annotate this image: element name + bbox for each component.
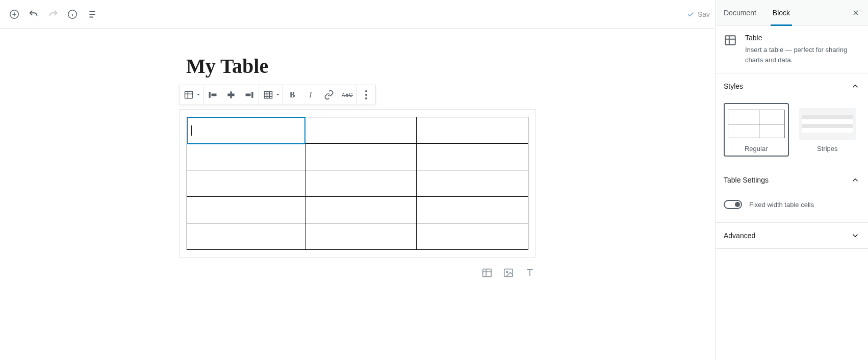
panel-table-settings-toggle[interactable]: Table Settings [716,167,868,193]
table-cell[interactable] [305,117,417,144]
align-center-icon [226,90,236,100]
save-status-text: Sav [698,10,710,18]
italic-icon: I [309,90,312,99]
block-toolbar: B I ABC [179,85,376,105]
align-center-button[interactable] [222,85,240,105]
block-type-icon [724,34,738,65]
chevron-up-icon [851,175,860,185]
table-cell[interactable] [187,117,305,144]
page-title[interactable]: My Table [179,54,536,79]
align-left-icon [208,90,218,100]
table-icon [481,267,493,278]
more-options-button[interactable] [357,85,375,105]
align-left-button[interactable] [203,85,222,105]
table-cell[interactable] [417,144,528,170]
redo-button[interactable] [44,5,62,23]
table-edit-icon [263,90,273,100]
align-right-button[interactable] [240,85,259,105]
block-type-button[interactable] [180,85,203,105]
bold-icon: B [290,90,295,99]
block-inserter-row [179,258,536,279]
panel-styles-toggle[interactable]: Styles [716,73,868,99]
table-cell[interactable] [305,144,417,170]
svg-rect-6 [227,94,234,96]
style-preview-regular [728,108,785,140]
table-cell[interactable] [187,170,305,197]
style-label-regular: Regular [728,145,785,152]
table-cell[interactable] [305,197,417,223]
svg-rect-7 [251,92,253,98]
more-vertical-icon [365,90,367,99]
panel-advanced-toggle[interactable]: Advanced [716,223,868,248]
style-preview-stripes [799,108,856,140]
text-icon [524,267,535,278]
svg-point-12 [506,271,508,273]
style-label-stripes: Stripes [799,145,856,152]
table-cell[interactable] [417,197,528,223]
svg-rect-2 [185,91,193,98]
plus-circle-icon [9,9,20,20]
tab-document[interactable]: Document [716,0,764,25]
table-cell[interactable] [417,223,528,250]
style-option-regular[interactable]: Regular [724,103,789,157]
svg-rect-9 [265,91,272,98]
panel-advanced-label: Advanced [724,232,755,240]
settings-sidebar: Document Block Table Insert a table — pe… [715,0,868,360]
svg-rect-8 [246,94,251,96]
style-option-stripes[interactable]: Stripes [795,103,860,157]
list-icon [86,9,97,20]
table-cell[interactable] [305,223,417,250]
fixed-width-label: Fixed width table cells [749,201,814,209]
svg-rect-3 [209,92,211,98]
block-title: Table [745,34,860,42]
svg-rect-4 [212,94,217,96]
chevron-down-icon [851,231,860,240]
table-icon [184,90,194,100]
strikethrough-icon: ABC [342,92,353,98]
link-button[interactable] [320,85,338,105]
fixed-width-toggle[interactable] [724,200,742,209]
table-cell[interactable] [417,170,528,197]
panel-styles-label: Styles [724,82,743,90]
chevron-up-icon [851,82,860,91]
inserter-table-button[interactable] [481,267,493,279]
bold-button[interactable]: B [283,85,301,105]
svg-rect-13 [725,36,735,44]
add-block-button[interactable] [5,5,23,23]
image-icon [503,267,514,278]
info-button[interactable] [63,5,82,23]
table-cell[interactable] [305,170,417,197]
table-block[interactable] [179,109,536,258]
link-icon [324,90,334,100]
table-icon [724,34,737,47]
redo-icon [47,9,59,20]
svg-rect-10 [483,269,492,277]
editor-topbar: Sav [0,0,715,29]
italic-button[interactable]: I [301,85,320,105]
outline-button[interactable] [83,5,101,23]
table-cell[interactable] [417,117,528,144]
table-cell[interactable] [187,223,305,250]
inserter-text-button[interactable] [524,267,536,279]
table-cell[interactable] [187,144,305,170]
block-description: Insert a table — perfect for sharing cha… [745,45,860,65]
align-right-icon [244,90,254,100]
svg-rect-11 [504,269,513,277]
saved-check-icon [686,10,695,18]
table-edit-button[interactable] [259,85,283,105]
panel-table-settings-label: Table Settings [724,176,769,184]
close-icon [852,9,860,17]
undo-button[interactable] [24,5,43,23]
undo-icon [28,9,39,20]
tab-block[interactable]: Block [764,0,798,25]
close-sidebar-button[interactable] [846,0,866,25]
strikethrough-button[interactable]: ABC [338,85,356,105]
inserter-image-button[interactable] [502,267,515,279]
table-cell[interactable] [187,197,305,223]
info-icon [67,9,78,20]
